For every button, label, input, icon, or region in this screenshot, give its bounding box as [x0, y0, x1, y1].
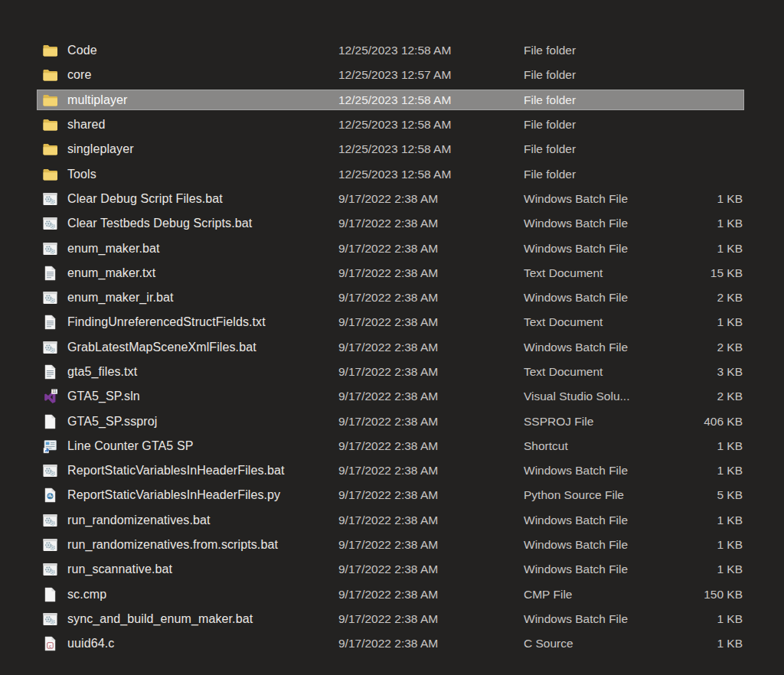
- file-type: Text Document: [524, 315, 603, 329]
- date-modified: 9/17/2022 2:38 AM: [338, 242, 438, 256]
- file-row[interactable]: run_randomizenatives.from.scripts.bat 9/…: [37, 533, 744, 557]
- file-size: 5 KB: [626, 488, 743, 502]
- file-row[interactable]: Code 12/25/2023 12:58 AM File folder: [37, 38, 744, 63]
- file-name: Tools: [67, 168, 96, 181]
- file-row[interactable]: core 12/25/2023 12:57 AM File folder: [37, 63, 744, 87]
- date-modified: 9/17/2022 2:38 AM: [338, 341, 438, 354]
- file-row[interactable]: Clear Debug Script Files.bat 9/17/2022 2…: [37, 187, 744, 211]
- document-icon: [42, 413, 58, 429]
- file-name: Clear Testbeds Debug Scripts.bat: [67, 217, 252, 230]
- file-type: SSPROJ File: [524, 415, 593, 429]
- file-type: Text Document: [524, 266, 603, 280]
- file-row[interactable]: ReportStaticVariablesInHeaderFiles.py 9/…: [37, 483, 744, 507]
- file-row[interactable]: multiplayer 12/25/2023 12:58 AM File fol…: [37, 88, 744, 112]
- file-row[interactable]: 11 GTA5_SP.sln 9/17/2022 2:38 AM Visual …: [37, 384, 744, 409]
- date-modified: 9/17/2022 2:38 AM: [338, 612, 438, 626]
- file-name: shared: [67, 118, 106, 132]
- file-name: enum_maker.txt: [67, 266, 155, 280]
- file-row[interactable]: Tools 12/25/2023 12:58 AM File folder: [37, 161, 744, 186]
- file-size: 3 KB: [626, 365, 743, 379]
- file-explorer-window: Code 12/25/2023 12:58 AM File folder cor…: [0, 0, 784, 675]
- file-row[interactable]: shared 12/25/2023 12:58 AM File folder: [37, 112, 744, 137]
- file-name: FindingUnreferencedStructFields.txt: [67, 315, 266, 329]
- folder-icon: [42, 92, 58, 108]
- file-row[interactable]: c uuid64.c 9/17/2022 2:38 AM C Source 1 …: [37, 631, 744, 656]
- file-type: File folder: [524, 44, 576, 57]
- file-size: 1 KB: [626, 612, 743, 626]
- file-size: 2 KB: [626, 390, 743, 403]
- date-modified: 9/17/2022 2:38 AM: [338, 538, 438, 552]
- file-type: Windows Batch File: [524, 464, 628, 478]
- file-name: Clear Debug Script Files.bat: [67, 192, 223, 206]
- file-type: File folder: [524, 68, 576, 82]
- document-icon: [42, 586, 58, 602]
- file-type: File folder: [524, 93, 576, 107]
- file-name: run_randomizenatives.bat: [67, 514, 211, 527]
- file-name: uuid64.c: [67, 637, 114, 651]
- file-size: 1 KB: [626, 315, 743, 329]
- file-size: 1 KB: [626, 217, 743, 230]
- text-document-icon: [42, 315, 58, 331]
- file-size: 1 KB: [626, 464, 743, 478]
- file-type: Windows Batch File: [524, 514, 628, 527]
- file-type: Windows Batch File: [524, 242, 628, 256]
- batch-file-icon: [42, 463, 58, 479]
- file-name: GTA5_SP.ssproj: [67, 415, 157, 429]
- file-type: C Source: [524, 637, 573, 651]
- date-modified: 9/17/2022 2:38 AM: [338, 390, 438, 403]
- file-row[interactable]: FindingUnreferencedStructFields.txt 9/17…: [37, 310, 744, 334]
- file-name: run_scannative.bat: [67, 562, 172, 576]
- c-source-icon: c: [42, 636, 58, 652]
- file-size: 1 KB: [626, 242, 743, 256]
- file-row[interactable]: ReportStaticVariablesInHeaderFiles.bat 9…: [37, 458, 744, 483]
- date-modified: 12/25/2023 12:58 AM: [338, 142, 451, 156]
- file-size: 1 KB: [626, 192, 743, 206]
- file-size: 2 KB: [626, 341, 743, 354]
- batch-file-icon: [42, 191, 58, 207]
- file-row[interactable]: run_scannative.bat 9/17/2022 2:38 AM Win…: [37, 557, 744, 582]
- file-type: Windows Batch File: [524, 562, 628, 576]
- batch-file-icon: [42, 512, 58, 528]
- date-modified: 9/17/2022 2:38 AM: [338, 562, 438, 576]
- svg-text:11: 11: [53, 390, 57, 394]
- file-row[interactable]: GrabLatestMapSceneXmlFiles.bat 9/17/2022…: [37, 335, 744, 360]
- file-name: ReportStaticVariablesInHeaderFiles.py: [67, 488, 280, 502]
- batch-file-icon: [42, 562, 58, 578]
- file-row[interactable]: enum_maker.bat 9/17/2022 2:38 AM Windows…: [37, 236, 744, 260]
- file-type: Python Source File: [524, 488, 624, 502]
- text-document-icon: [42, 364, 58, 380]
- date-modified: 9/17/2022 2:38 AM: [338, 514, 438, 527]
- file-name: sync_and_build_enum_maker.bat: [67, 612, 253, 626]
- svg-text:c: c: [49, 643, 51, 648]
- file-row[interactable]: sc.cmp 9/17/2022 2:38 AM CMP File 150 KB: [37, 582, 744, 607]
- file-row[interactable]: Line Counter GTA5 SP 9/17/2022 2:38 AM S…: [37, 434, 744, 458]
- batch-file-icon: [42, 537, 58, 553]
- file-name: Code: [67, 44, 97, 57]
- date-modified: 12/25/2023 12:58 AM: [338, 93, 451, 107]
- file-row[interactable]: Clear Testbeds Debug Scripts.bat 9/17/20…: [37, 211, 744, 236]
- batch-file-icon: [42, 611, 58, 627]
- file-row[interactable]: GTA5_SP.ssproj 9/17/2022 2:38 AM SSPROJ …: [37, 409, 744, 433]
- file-name: GTA5_SP.sln: [67, 390, 140, 403]
- file-row[interactable]: sync_and_build_enum_maker.bat 9/17/2022 …: [37, 607, 744, 631]
- file-row[interactable]: singleplayer 12/25/2023 12:58 AM File fo…: [37, 137, 744, 161]
- file-row[interactable]: enum_maker_ir.bat 9/17/2022 2:38 AM Wind…: [37, 285, 744, 310]
- date-modified: 9/17/2022 2:38 AM: [338, 488, 438, 502]
- file-row[interactable]: gta5_files.txt 9/17/2022 2:38 AM Text Do…: [37, 360, 744, 384]
- file-size: 15 KB: [626, 266, 743, 280]
- file-row[interactable]: enum_maker.txt 9/17/2022 2:38 AM Text Do…: [37, 261, 744, 285]
- file-name: GrabLatestMapSceneXmlFiles.bat: [67, 341, 256, 354]
- date-modified: 9/17/2022 2:38 AM: [338, 637, 438, 651]
- date-modified: 9/17/2022 2:38 AM: [338, 439, 438, 453]
- file-type: Windows Batch File: [524, 612, 628, 626]
- file-list: Code 12/25/2023 12:58 AM File folder cor…: [37, 38, 744, 656]
- file-name: multiplayer: [67, 93, 127, 107]
- file-name: gta5_files.txt: [67, 365, 137, 379]
- file-type: Windows Batch File: [524, 538, 628, 552]
- batch-file-icon: [42, 290, 58, 306]
- date-modified: 9/17/2022 2:38 AM: [338, 266, 438, 280]
- file-name: sc.cmp: [67, 588, 106, 602]
- file-row[interactable]: run_randomizenatives.bat 9/17/2022 2:38 …: [37, 508, 744, 533]
- file-type: CMP File: [524, 588, 572, 602]
- file-size: 1 KB: [626, 439, 743, 453]
